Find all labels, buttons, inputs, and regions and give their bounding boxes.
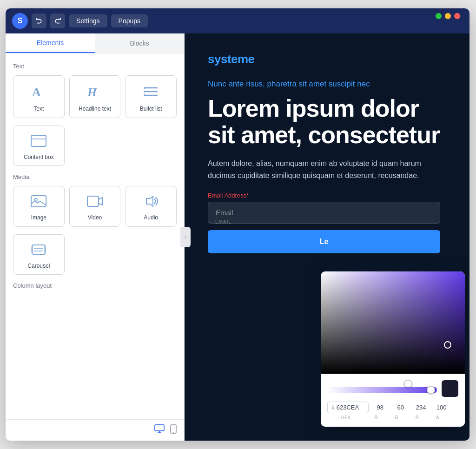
- element-card-headline[interactable]: H Headline text: [69, 75, 121, 118]
- traffic-lights: [436, 13, 460, 19]
- content-box-element-icon: [30, 133, 47, 150]
- section-text-label: Text: [13, 63, 177, 70]
- audio-element-label: Audio: [144, 214, 158, 222]
- lp-body: Autem dolore, alias, numquam enim ab vol…: [208, 158, 431, 181]
- hex-channel-label: HEX: [327, 415, 364, 420]
- sidebar-collapse-arrow[interactable]: ›: [180, 227, 191, 247]
- svg-point-7: [144, 94, 145, 96]
- toolbar: S Settings Popups: [6, 8, 469, 33]
- carousel-element-icon: [30, 242, 47, 259]
- channel-labels-row: HEX R G B A: [327, 415, 458, 420]
- color-inputs-row: #: [327, 402, 458, 413]
- color-gradient-canvas[interactable]: [321, 271, 465, 374]
- svg-rect-14: [32, 245, 45, 254]
- element-card-bullet[interactable]: Bullet list: [125, 75, 177, 118]
- svg-rect-8: [31, 135, 46, 146]
- lp-logo: systeme: [208, 52, 446, 66]
- carousel-element-label: Carousel: [27, 263, 50, 270]
- svg-point-23: [173, 432, 174, 433]
- traffic-light-red[interactable]: [454, 13, 460, 19]
- slider-row: [327, 380, 458, 397]
- main-layout: Elements Blocks Text A Text: [6, 33, 469, 441]
- svg-rect-16: [44, 246, 46, 253]
- opacity-slider[interactable]: [327, 387, 437, 393]
- lp-form-label: Email Address*: [208, 192, 446, 199]
- a-channel-label: A: [429, 415, 446, 420]
- svg-rect-10: [31, 196, 46, 207]
- element-card-text[interactable]: A Text: [13, 75, 65, 118]
- bullet-element-label: Bullet list: [140, 106, 162, 113]
- lp-headline: Lorem ipsum dolor sit amet, consectetur: [208, 95, 446, 148]
- tab-blocks[interactable]: Blocks: [95, 33, 184, 53]
- hex-prefix: #: [331, 404, 335, 411]
- desktop-device-icon[interactable]: [154, 424, 165, 436]
- mobile-device-icon[interactable]: [170, 424, 177, 436]
- element-card-audio[interactable]: Audio: [125, 186, 177, 227]
- text-elements-grid: A Text H Headline text: [13, 75, 177, 118]
- svg-point-5: [144, 87, 145, 89]
- svg-rect-12: [87, 196, 99, 206]
- sidebar: Elements Blocks Text A Text: [6, 33, 185, 441]
- element-card-content-box[interactable]: Content box: [13, 125, 65, 166]
- element-card-image[interactable]: Image: [13, 186, 65, 227]
- lp-subtitle: Nunc ante risus, pharetra sit amet susci…: [208, 79, 446, 89]
- svg-rect-19: [155, 425, 164, 431]
- redo-button[interactable]: [50, 13, 65, 28]
- r-input[interactable]: [371, 402, 389, 413]
- b-input[interactable]: [412, 402, 430, 413]
- section-media-label: Media: [13, 173, 177, 180]
- popups-button[interactable]: Popups: [111, 14, 148, 27]
- svg-marker-13: [146, 196, 153, 206]
- sidebar-tabs: Elements Blocks: [6, 33, 184, 53]
- g-input[interactable]: [392, 402, 410, 413]
- tab-elements[interactable]: Elements: [6, 33, 95, 53]
- svg-text:H: H: [87, 86, 97, 99]
- r-channel-label: R: [367, 415, 385, 420]
- svg-rect-15: [31, 246, 33, 253]
- undo-button[interactable]: [32, 13, 46, 28]
- traffic-light-green[interactable]: [436, 13, 442, 19]
- landing-page-content: systeme Nunc ante risus, pharetra sit am…: [185, 33, 469, 267]
- image-element-label: Image: [31, 214, 46, 222]
- headline-element-icon: H: [86, 83, 103, 102]
- lp-email-input[interactable]: [208, 202, 440, 224]
- lp-input-label: EMAIL: [215, 219, 231, 224]
- sidebar-bottom: [6, 419, 184, 441]
- settings-button[interactable]: Settings: [69, 14, 107, 27]
- traffic-light-yellow[interactable]: [445, 13, 451, 19]
- a-input[interactable]: [433, 402, 450, 413]
- content-elements-grid: Content box: [13, 125, 177, 166]
- hex-input[interactable]: [337, 404, 364, 411]
- color-swatch: [442, 380, 458, 397]
- video-element-icon: [86, 194, 103, 211]
- video-element-label: Video: [88, 214, 102, 222]
- lp-cta-button[interactable]: Le: [208, 230, 440, 253]
- g-channel-label: G: [388, 415, 405, 420]
- carousel-grid: Carousel: [13, 234, 177, 275]
- color-picker-popup: # HEX R G B A: [321, 271, 465, 427]
- image-element-icon: [30, 194, 47, 211]
- audio-element-icon: [143, 194, 159, 211]
- headline-element-label: Headline text: [79, 106, 111, 113]
- media-elements-grid: Image Video: [13, 186, 177, 227]
- hex-input-group[interactable]: #: [327, 402, 369, 413]
- content-box-element-label: Content box: [24, 154, 54, 161]
- preview-area: systeme Nunc ante risus, pharetra sit am…: [185, 33, 469, 441]
- color-controls: # HEX R G B A: [321, 374, 465, 427]
- element-card-carousel[interactable]: Carousel: [13, 234, 65, 275]
- bullet-element-icon: [143, 83, 159, 102]
- svg-text:A: A: [32, 86, 41, 99]
- color-picker-dot[interactable]: [444, 341, 451, 349]
- lp-input-wrap: EMAIL: [208, 202, 440, 224]
- text-element-icon: A: [30, 83, 47, 102]
- section-column-label: Column layout: [13, 282, 177, 289]
- opacity-thumb[interactable]: [427, 386, 435, 394]
- toolbar-logo: S: [12, 13, 28, 29]
- sidebar-content: Text A Text: [6, 53, 184, 419]
- element-card-video[interactable]: Video: [69, 186, 121, 227]
- text-element-label: Text: [33, 106, 44, 113]
- svg-point-6: [144, 91, 145, 92]
- b-channel-label: B: [408, 415, 426, 420]
